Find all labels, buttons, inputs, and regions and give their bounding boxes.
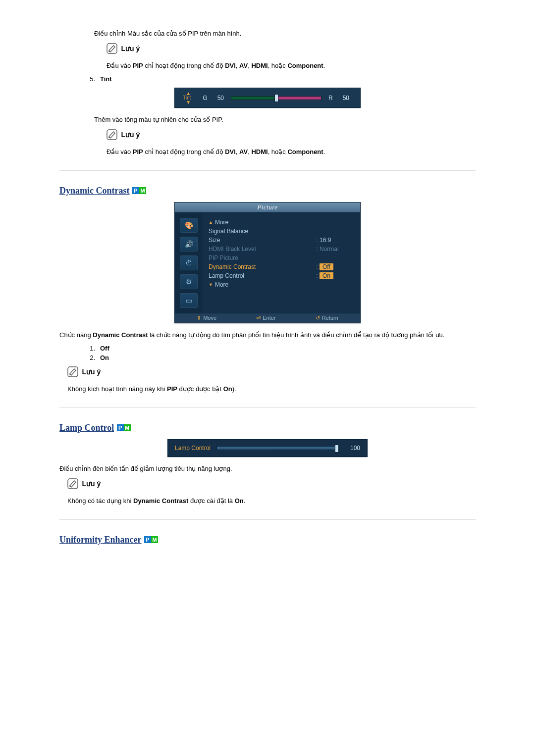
note-label: Lưu ý	[121, 45, 140, 52]
pm-badge: PM	[132, 187, 146, 195]
sound-icon: 🔊	[180, 237, 198, 252]
tint-g-value: 50	[217, 95, 224, 101]
input-icon: ▭	[180, 293, 198, 308]
lamp-slider	[216, 446, 339, 450]
menu-row-more-top: ▲More	[209, 218, 354, 227]
picture-icon: 🎨	[180, 218, 198, 233]
menu-row-signal-balance: Signal Balance	[209, 227, 354, 236]
note-heading: Lưu ý	[67, 366, 476, 379]
foot-enter: ⏎Enter	[256, 315, 275, 321]
note-label: Lưu ý	[82, 480, 101, 488]
lamp-body: Điều chỉnh đèn biến tần để giảm lượng ti…	[59, 465, 476, 472]
lamp-value: 100	[345, 445, 360, 452]
list-item: 5.Tint	[84, 75, 476, 83]
note-icon	[107, 129, 117, 142]
note-text: Không có tác dụng khi Dynamic Contrast đ…	[67, 497, 476, 504]
tint-g-label: G	[203, 95, 207, 101]
pip-color-body: Điều chỉnh Màu sắc của cửa sổ PIP trên m…	[94, 30, 476, 37]
list-item: 1.Off	[84, 345, 476, 352]
menu-row-size: Size:16:9	[209, 236, 354, 245]
foot-move: ⇕Move	[197, 315, 216, 321]
tint-body: Thêm vào tông màu tự nhiên cho cửa sổ PI…	[94, 116, 476, 123]
section-divider	[59, 519, 476, 520]
menu-footer: ⇕Move ⏎Enter ↺Return	[175, 313, 360, 323]
section-divider	[59, 407, 476, 408]
note-text: Không kích hoạt tính năng này khi PIP đư…	[67, 385, 476, 393]
osd-tint: ▲Tint▼ G 50 R 50	[174, 88, 361, 108]
tint-r-label: R	[328, 95, 333, 101]
note-heading: Lưu ý	[107, 43, 476, 56]
note-label: Lưu ý	[82, 368, 101, 376]
list-tint: 5.Tint	[84, 75, 476, 83]
time-icon: ⏱	[180, 255, 198, 270]
menu-row-lamp-control: Lamp Control:On	[209, 271, 354, 280]
tint-r-value: 50	[343, 95, 349, 101]
menu-row-pip-picture: PIP Picture	[209, 253, 354, 262]
note-heading: Lưu ý	[67, 478, 476, 491]
note-icon	[107, 43, 117, 56]
pm-badge: PM	[144, 536, 158, 544]
dynamic-options: 1.Off 2.On	[84, 345, 476, 361]
foot-return: ↺Return	[316, 315, 338, 321]
heading-dynamic-contrast: Dynamic Contrast	[59, 186, 130, 196]
heading-lamp-control: Lamp Control	[59, 423, 114, 433]
note-icon	[67, 478, 78, 491]
lamp-label: Lamp Control	[175, 445, 211, 452]
menu-title: Picture	[175, 202, 360, 213]
document-page: Điều chỉnh Màu sắc của cửa sổ PIP trên m…	[59, 0, 476, 644]
osd-lamp-control: Lamp Control 100	[167, 439, 368, 457]
heading-uniformity-enhancer: Uniformity Enhancer	[59, 535, 142, 545]
note-heading: Lưu ý	[107, 129, 476, 142]
menu-row-hdmi-black: HDMI Black Level:Normal	[209, 245, 354, 253]
note-label: Lưu ý	[121, 131, 140, 139]
list-item: 2.On	[84, 354, 476, 361]
menu-row-more-bottom: ▼More	[209, 280, 354, 289]
note-icon	[67, 366, 78, 379]
up-down-arrow-icon: ▲Tint▼	[183, 91, 194, 104]
menu-row-dynamic-contrast: Dynamic Contrast:Off	[209, 262, 354, 271]
setup-icon: ⚙	[180, 274, 198, 289]
menu-side-icons: 🎨 🔊 ⏱ ⚙ ▭	[175, 213, 203, 313]
osd-picture-menu: Picture 🎨 🔊 ⏱ ⚙ ▭ ▲More Signal Balance S…	[174, 202, 361, 323]
dynamic-body: Chức năng Dynamic Contrast là chức năng …	[59, 331, 476, 339]
pm-badge: PM	[117, 424, 131, 432]
note-text: Đầu vào PIP chỉ hoạt động trong chế độ D…	[107, 62, 476, 69]
tint-slider	[231, 96, 321, 100]
note-text: Đầu vào PIP chỉ hoạt động trong chế độ D…	[107, 148, 476, 155]
section-divider	[59, 170, 476, 171]
